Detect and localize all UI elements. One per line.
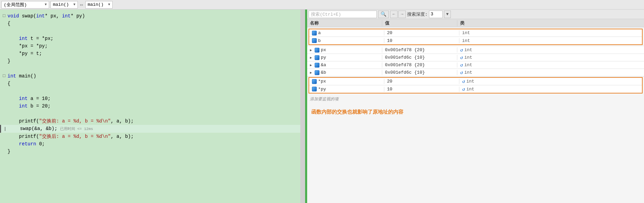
watch-row-amper-a[interactable]: ▶ &a 0x001efd78 {20} ↺ int: [307, 61, 644, 69]
var-name-a: a: [318, 30, 321, 35]
watch-row-b[interactable]: b 10 int: [309, 37, 642, 44]
code-line-active: | swap(&a, &b);已用时间 <= 12ms: [0, 125, 305, 133]
depth-dropdown-button[interactable]: ▼: [444, 11, 451, 18]
watch-row-deref-py[interactable]: *py 10 ↺ int: [309, 85, 642, 93]
watch-row-px[interactable]: ▶ px 0x001efd78 {20} ↺ int: [307, 46, 644, 54]
cube-icon-amper-b: [315, 70, 319, 75]
cube-icon-b: [312, 38, 317, 43]
refresh-icon-amper-a[interactable]: ↺: [460, 62, 463, 68]
expand-icon-amper-a[interactable]: ▶: [310, 63, 313, 67]
watch-name-amper-b: ▶ &b: [307, 70, 382, 75]
type-text-px: int: [464, 47, 472, 53]
refresh-icon-amper-b[interactable]: ↺: [460, 70, 463, 75]
type-text-amper-a: int: [464, 62, 472, 68]
main-area: □ void swap(int* px, int* py) { int t = …: [0, 10, 644, 203]
watch-value-py: 0x001efd6c {10}: [382, 55, 457, 60]
nav-arrows: ← →: [390, 11, 406, 18]
watch-value-px: 0x001efd78 {20}: [382, 47, 457, 53]
watch-name-deref-py: *py: [309, 87, 384, 92]
type-text-deref-px: int: [466, 79, 474, 84]
col-type-header: 类: [457, 20, 644, 26]
depth-label: 搜索深度:: [407, 11, 428, 17]
var-name-amper-a: &a: [321, 62, 326, 68]
code-line: int t = *px;: [0, 35, 305, 42]
watch-row-py[interactable]: ▶ py 0x001efd6c {10} ↺ int: [307, 54, 644, 61]
watch-group-pointers: ▶ px 0x001efd78 {20} ↺ int ▶ py: [307, 46, 644, 76]
top-bar: (全局范围) ▼ main() ▼ ⇔ main() ▼: [0, 0, 644, 10]
context-arrow: ▼: [108, 3, 110, 6]
code-line: □ void swap(int* px, int* py): [0, 12, 305, 20]
watch-header: 名称 值 类: [307, 19, 644, 27]
watch-type-deref-px: ↺ int: [459, 78, 642, 84]
expand-icon-px[interactable]: ▶: [310, 48, 313, 52]
line-marker: □: [3, 72, 8, 80]
watch-type-amper-b: ↺ int: [457, 70, 644, 75]
code-line: printf("交换后: a = %d, b = %d\n", a, b);: [0, 133, 305, 140]
code-panel: □ void swap(int* px, int* py) { int t = …: [0, 10, 307, 203]
code-text: {: [8, 20, 305, 27]
code-text: void swap(int* px, int* py): [8, 12, 305, 20]
nav-back-button[interactable]: ←: [390, 11, 398, 18]
cube-icon-amper-a: [315, 63, 319, 68]
watch-value-b: 10: [384, 38, 459, 43]
watch-row-amper-b[interactable]: ▶ &b 0x001efd6c {10} ↺ int: [307, 69, 644, 76]
code-text: }: [8, 148, 305, 155]
expand-icon-py[interactable]: ▶: [310, 56, 313, 60]
func-dropdown[interactable]: main() ▼: [51, 1, 78, 9]
func-label: main(): [53, 2, 69, 7]
scope-dropdown[interactable]: (全局范围) ▼: [1, 1, 49, 9]
code-line: □ int main(): [0, 72, 305, 80]
code-text: *py = t;: [8, 50, 305, 57]
search-placeholder: 搜索(Ctrl+E): [311, 11, 341, 17]
refresh-icon-py[interactable]: ↺: [460, 55, 463, 60]
cube-icon-deref-py: [312, 87, 317, 91]
code-line: }: [0, 148, 305, 155]
col-name-header: 名称: [307, 20, 382, 26]
watch-row-a[interactable]: a 20 int: [309, 29, 642, 37]
code-line: {: [0, 80, 305, 87]
line-marker: |: [4, 125, 9, 133]
cube-icon-deref-px: [312, 79, 317, 84]
watch-group-ab: a 20 int b 10 int: [309, 29, 643, 45]
cube-icon-py: [315, 55, 319, 60]
watch-name-px: ▶ px: [307, 47, 382, 53]
code-text: return 0;: [8, 140, 305, 148]
add-watch[interactable]: 添加要监视的项: [307, 95, 644, 103]
expand-icon-amper-b[interactable]: ▶: [310, 71, 313, 75]
scrollbar[interactable]: [300, 10, 305, 203]
annotation-text: 函数内部的交换也就影响了原地址的内容: [307, 103, 644, 121]
type-text-amper-b: int: [464, 70, 472, 75]
search-button[interactable]: 🔍: [378, 11, 389, 18]
cube-icon-a: [312, 31, 317, 35]
watch-type-b: int: [459, 38, 642, 43]
line-marker: □: [3, 12, 8, 20]
cube-icon-px: [315, 48, 319, 53]
scope-label: (全局范围): [4, 2, 27, 8]
watch-value-amper-b: 0x001efd6c {10}: [382, 70, 457, 75]
code-line: [0, 110, 305, 117]
code-line: [0, 65, 305, 72]
code-text: {: [8, 80, 305, 87]
col-value-header: 值: [382, 20, 457, 26]
var-name-deref-px: *px: [318, 79, 326, 84]
code-line: }: [0, 57, 305, 65]
code-line: int a = 10;: [0, 95, 305, 102]
code-line: printf("交换前: a = %d, b = %d\n", a, b);: [0, 117, 305, 125]
refresh-icon-deref-px[interactable]: ↺: [462, 78, 465, 84]
watch-type-a: int: [459, 30, 642, 35]
code-text: [8, 65, 305, 72]
refresh-icon-deref-py[interactable]: ↺: [462, 86, 465, 92]
context-dropdown[interactable]: main() ▼: [85, 1, 113, 9]
refresh-icon-px[interactable]: ↺: [460, 47, 463, 53]
watch-value-deref-px: 20: [384, 79, 459, 84]
code-line: *py = t;: [0, 50, 305, 57]
depth-input[interactable]: [429, 11, 443, 18]
search-input-box[interactable]: 搜索(Ctrl+E): [309, 11, 377, 18]
watch-name-py: ▶ py: [307, 55, 382, 60]
var-name-py: py: [321, 55, 326, 60]
watch-row-deref-px[interactable]: *px 20 ↺ int: [309, 78, 642, 85]
watch-name-b: b: [309, 38, 384, 43]
scope-arrow: ▼: [45, 3, 47, 6]
watch-name-deref-px: *px: [309, 79, 384, 84]
nav-forward-button[interactable]: →: [398, 11, 406, 18]
